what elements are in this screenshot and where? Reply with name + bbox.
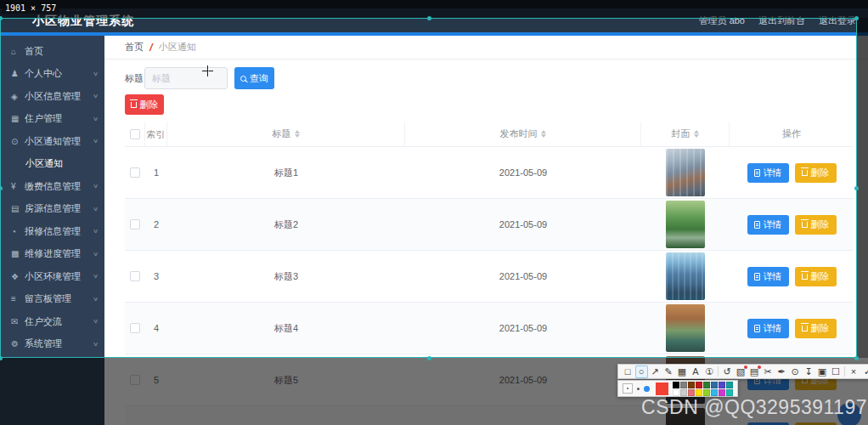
bulk-delete-button[interactable]: 删除 [125,94,164,115]
repair-icon: ◔ [11,227,25,236]
sidebar-item-message-board[interactable]: ≡留言板管理∨ [0,288,104,311]
palette-swatch[interactable] [703,389,710,396]
clipboard-tool-icon[interactable]: ☐ [830,366,843,378]
search-icon [240,76,246,82]
current-color-swatch[interactable] [656,382,668,395]
row-delete-button[interactable]: 删除 [795,215,837,235]
query-button[interactable]: 查询 [234,67,274,89]
palette-swatch[interactable] [696,389,702,396]
row-delete-button[interactable]: 删除 [795,163,837,183]
chevron-down-icon: ∨ [93,318,99,325]
sidebar-item-chat[interactable]: ✉住户交流∨ [0,310,104,333]
chevron-down-icon: ∨ [93,206,99,212]
arrow-tool-icon[interactable]: ↗ [649,366,662,378]
palette-swatch[interactable] [680,389,687,396]
row-checkbox[interactable] [130,271,140,281]
stroke-size-large[interactable] [644,386,650,392]
stroke-size-small[interactable] [623,383,633,394]
selection-handle[interactable] [854,186,859,190]
detail-button[interactable]: 详情 [747,215,789,235]
breadcrumb-current: 小区通知 [159,41,196,54]
sidebar-item-notice[interactable]: 小区通知 [0,153,104,176]
sort-carets-date[interactable] [541,130,546,138]
selection-handle[interactable] [854,16,859,20]
detail-button[interactable]: 详情 [747,163,789,183]
sidebar-item-notice-mgmt[interactable]: ⊙小区通知管理∨ [0,130,104,153]
palette-swatch[interactable] [726,389,733,396]
chevron-down-icon: ∨ [93,296,99,303]
detail-button-label: 详情 [764,218,782,231]
palette-swatch[interactable] [719,382,725,388]
sidebar-item-repair[interactable]: ◔报修信息管理∨ [0,220,104,243]
row-date: 2021-05-09 [499,219,547,230]
save-tool-icon[interactable]: ▣ [816,366,829,378]
palette-swatch[interactable] [688,382,695,388]
detail-button[interactable]: 详情 [747,319,789,338]
home-icon: ⌂ [11,47,25,56]
row-checkbox[interactable] [130,323,140,333]
sidebar-item-label: 房源信息管理 [25,202,93,215]
pin-tool-icon[interactable]: ✒ [775,366,788,378]
row-delete-button[interactable]: 删除 [795,319,837,338]
palette-swatch[interactable] [719,389,725,396]
palette-swatch[interactable] [711,382,718,388]
save-as-tool-icon[interactable]: ↧ [803,366,815,378]
palette-swatch[interactable] [673,389,679,396]
sidebar-item-community-info[interactable]: ◈小区信息管理∨ [0,85,104,108]
palette-swatch[interactable] [673,382,679,388]
rect-tool-icon[interactable]: □ [622,366,634,378]
sort-carets-title[interactable] [295,130,300,138]
translate-tool-icon[interactable]: ▤ [748,366,761,378]
selection-handle[interactable] [427,16,431,20]
step-number-tool-icon[interactable]: ① [703,366,716,378]
title-search-input[interactable] [144,67,228,89]
done-button[interactable]: ✓完成 [860,366,868,377]
sidebar-item-profile[interactable]: ♟个人中心∨ [0,63,104,86]
sidebar-item-label: 小区信息管理 [25,90,93,103]
selection-handle[interactable] [854,356,859,360]
ellipse-tool-icon[interactable]: ○ [635,366,648,378]
sidebar-item-label: 报修信息管理 [25,225,93,238]
chevron-down-icon: ∨ [93,71,99,77]
crop-tool-icon[interactable]: ✂ [762,366,775,378]
record-tool-icon[interactable]: ⊙ [789,366,802,378]
sidebar-item-system[interactable]: ⚙系统管理∨ [0,333,104,356]
palette-swatch[interactable] [711,389,718,396]
mosaic-tool-icon[interactable]: ▦ [676,366,689,378]
text-tool-icon[interactable]: A [690,366,702,378]
sort-carets-cover[interactable] [694,130,699,138]
dim-overlay-top [0,0,868,18]
detail-button[interactable]: 详情 [747,267,789,286]
row-delete-button[interactable]: 删除 [795,267,837,286]
undo-tool-icon[interactable]: ↺ [721,366,734,378]
sidebar-item-label: 小区通知管理 [25,135,93,148]
palette-swatch[interactable] [680,382,687,388]
sidebar-item-maintenance[interactable]: ▩维修进度管理∨ [0,243,104,266]
sidebar-item-house[interactable]: ▤房源信息管理∨ [0,198,104,221]
sidebar-item-environment[interactable]: ❖小区环境管理∨ [0,265,104,288]
sidebar-item-home[interactable]: ⌂首页 [0,40,104,63]
palette-swatch[interactable] [726,382,733,388]
table-row: 1标题12021-05-09详情删除 [125,147,854,199]
progress-icon: ▩ [11,249,25,258]
palette-swatch[interactable] [688,389,695,396]
ocr-tool-icon[interactable]: ▧ [735,366,747,378]
pencil-tool-icon[interactable]: ✎ [662,366,675,378]
row-checkbox[interactable] [130,167,140,178]
select-all-checkbox[interactable] [130,129,140,139]
selection-handle[interactable] [427,356,431,360]
stroke-size-medium[interactable] [637,388,640,390]
close-tool-icon[interactable]: × [848,366,860,378]
environment-icon: ❖ [11,272,25,281]
palette-swatch[interactable] [696,382,702,388]
palette-swatch[interactable] [703,382,710,388]
delete-button-label: 删除 [811,270,830,283]
breadcrumb-home[interactable]: 首页 [125,41,144,54]
sidebar-item-payment[interactable]: ¥缴费信息管理∨ [0,175,104,198]
sidebar-item-resident[interactable]: ▦住户管理∨ [0,108,104,131]
annotation-style-panel [617,380,738,397]
column-header-index: 索引 [145,129,166,139]
breadcrumb-separator-icon: / [149,41,153,54]
row-date: 2021-05-09 [499,323,547,333]
row-checkbox[interactable] [130,219,140,230]
